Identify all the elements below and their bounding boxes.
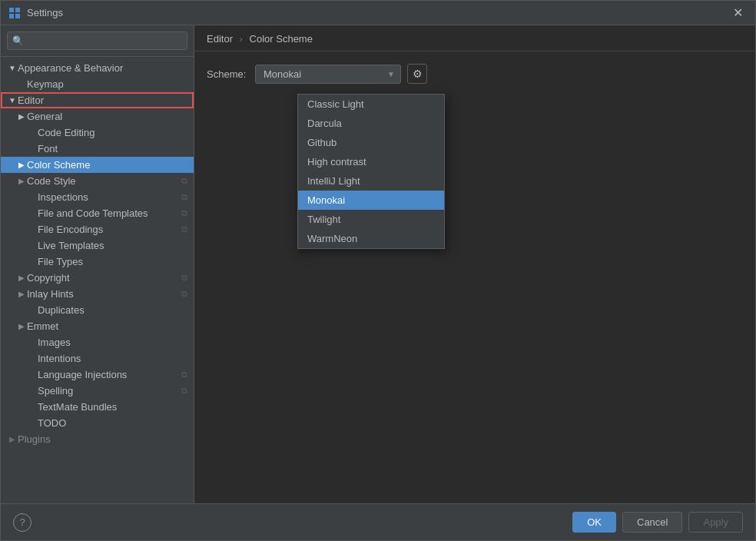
sidebar-item-label: Copyright [27, 272, 70, 284]
chevron-icon: ▶ [16, 112, 27, 121]
scheme-select-display[interactable]: Monokai ▼ [255, 65, 401, 84]
dropdown-item-darcula[interactable]: Darcula [298, 114, 444, 133]
sidebar-item-label: Spelling [38, 385, 73, 397]
dropdown-item-warmneon[interactable]: WarmNeon [298, 229, 444, 248]
sidebar-item-color-scheme[interactable]: ▶ Color Scheme [1, 157, 194, 173]
sidebar-item-label: Keymap [27, 78, 64, 90]
search-icon: 🔍 [12, 35, 24, 46]
sidebar-item-intentions[interactable]: Intentions [1, 350, 194, 367]
dropdown-item-intellij-light[interactable]: IntelliJ Light [298, 171, 444, 191]
sidebar-item-label: Duplicates [38, 304, 85, 316]
dropdown-item-high-contrast[interactable]: High contrast [298, 152, 444, 171]
close-button[interactable]: ✕ [728, 4, 748, 22]
title-bar: Settings ✕ [1, 1, 755, 25]
sidebar-item-language-injections[interactable]: Language Injections ⧉ [1, 367, 194, 383]
apply-button[interactable]: Apply [688, 512, 743, 533]
chevron-icon: ▶ [16, 177, 27, 185]
copy-icon: ⧉ [181, 208, 187, 218]
chevron-icon: ▶ [16, 322, 27, 330]
sidebar-item-font[interactable]: Font [1, 141, 194, 157]
sidebar-item-general[interactable]: ▶ General [1, 108, 194, 124]
sidebar-item-label: Font [38, 143, 58, 154]
sidebar-item-code-editing[interactable]: Code Editing [1, 124, 194, 141]
main-panel: Editor › Color Scheme Scheme: Monokai ▼ [194, 25, 755, 503]
sidebar-item-label: Color Scheme [27, 159, 90, 171]
sidebar-item-images[interactable]: Images [1, 334, 194, 350]
sidebar-item-label: File Types [38, 256, 83, 267]
chevron-icon: ▶ [16, 161, 27, 169]
breadcrumb-current: Color Scheme [250, 33, 313, 45]
sidebar-item-code-style[interactable]: ▶ Code Style ⧉ [1, 173, 194, 189]
sidebar-item-file-types[interactable]: File Types [1, 254, 194, 270]
sidebar-item-label: Editor [18, 95, 44, 106]
gear-button[interactable]: ⚙ [407, 64, 427, 84]
sidebar-item-label: Code Editing [38, 127, 94, 138]
sidebar-item-label: Inlay Hints [27, 288, 74, 300]
sidebar: 🔍 ▼ Appearance & Behavior Keymap ▼ Edi [1, 25, 194, 503]
sidebar-item-inspections[interactable]: Inspections ⧉ [1, 189, 194, 205]
footer: ? OK Cancel Apply [1, 503, 755, 540]
sidebar-item-spelling[interactable]: Spelling ⧉ [1, 383, 194, 399]
footer-buttons: OK Cancel Apply [572, 512, 743, 533]
content-area: 🔍 ▼ Appearance & Behavior Keymap ▼ Edi [1, 25, 755, 503]
ok-button[interactable]: OK [572, 512, 616, 533]
copy-icon: ⧉ [181, 386, 187, 396]
sidebar-item-inlay-hints[interactable]: ▶ Inlay Hints ⧉ [1, 286, 194, 302]
sidebar-item-label: Intentions [38, 353, 81, 364]
chevron-icon: ▶ [16, 274, 27, 282]
scheme-dropdown-popup: Classic Light Darcula Github High contra… [297, 94, 445, 249]
sidebar-item-label: TODO [38, 417, 66, 429]
sidebar-item-duplicates[interactable]: Duplicates [1, 302, 194, 318]
sidebar-item-plugins[interactable]: ▶ Plugins [1, 431, 194, 447]
sidebar-item-emmet[interactable]: ▶ Emmet [1, 318, 194, 334]
sidebar-item-label: Emmet [27, 320, 58, 332]
sidebar-item-live-templates[interactable]: Live Templates [1, 237, 194, 254]
svg-rect-0 [9, 8, 14, 12]
scheme-row: Scheme: Monokai ▼ Classic Light Da [207, 64, 743, 84]
sidebar-item-label: Plugins [18, 433, 51, 445]
panel-content: Scheme: Monokai ▼ Classic Light Da [194, 51, 755, 503]
copy-icon: ⧉ [181, 370, 187, 380]
copy-icon: ⧉ [181, 192, 187, 202]
scheme-selected-value: Monokai [264, 68, 301, 80]
breadcrumb-parent: Editor [207, 33, 233, 45]
sidebar-item-copyright[interactable]: ▶ Copyright ⧉ [1, 270, 194, 286]
copy-icon: ⧉ [181, 289, 187, 299]
search-box: 🔍 [1, 25, 194, 57]
help-icon: ? [19, 516, 25, 528]
help-button[interactable]: ? [13, 513, 32, 532]
sidebar-item-editor[interactable]: ▼ Editor [1, 92, 194, 108]
scheme-dropdown-selected[interactable]: Monokai [255, 65, 401, 84]
dropdown-item-twilight[interactable]: Twilight [298, 210, 444, 229]
sidebar-item-file-encodings[interactable]: File Encodings ⧉ [1, 221, 194, 237]
sidebar-item-label: File and Code Templates [38, 207, 148, 219]
sidebar-item-file-code-templates[interactable]: File and Code Templates ⧉ [1, 205, 194, 221]
dropdown-item-monokai[interactable]: Monokai [298, 191, 444, 210]
copy-icon: ⧉ [181, 224, 187, 234]
sidebar-item-label: Appearance & Behavior [18, 62, 123, 74]
gear-icon: ⚙ [413, 68, 423, 80]
app-icon [8, 7, 21, 19]
sidebar-item-label: Language Injections [38, 369, 127, 380]
chevron-icon: ▶ [7, 435, 18, 443]
sidebar-item-keymap[interactable]: Keymap [1, 76, 194, 92]
chevron-icon: ▼ [7, 96, 18, 105]
sidebar-item-label: Images [38, 337, 71, 348]
scheme-label: Scheme: [207, 68, 249, 80]
sidebar-item-label: TextMate Bundles [38, 401, 117, 413]
cancel-button[interactable]: Cancel [622, 512, 682, 533]
settings-window: Settings ✕ 🔍 ▼ Appearance & Behavior Ke [0, 0, 756, 541]
dropdown-item-github[interactable]: Github [298, 133, 444, 152]
svg-rect-2 [9, 14, 14, 18]
dropdown-item-classic-light[interactable]: Classic Light [298, 95, 444, 114]
copy-icon: ⧉ [181, 273, 187, 283]
sidebar-item-todo[interactable]: TODO [1, 415, 194, 431]
svg-rect-1 [15, 8, 20, 12]
breadcrumb: Editor › Color Scheme [194, 25, 755, 51]
sidebar-item-appearance[interactable]: ▼ Appearance & Behavior [1, 60, 194, 76]
sidebar-item-textmate-bundles[interactable]: TextMate Bundles [1, 399, 194, 415]
window-title: Settings [27, 7, 728, 18]
chevron-icon: ▼ [7, 64, 18, 72]
breadcrumb-separator: › [240, 33, 243, 45]
search-input[interactable] [7, 32, 187, 50]
